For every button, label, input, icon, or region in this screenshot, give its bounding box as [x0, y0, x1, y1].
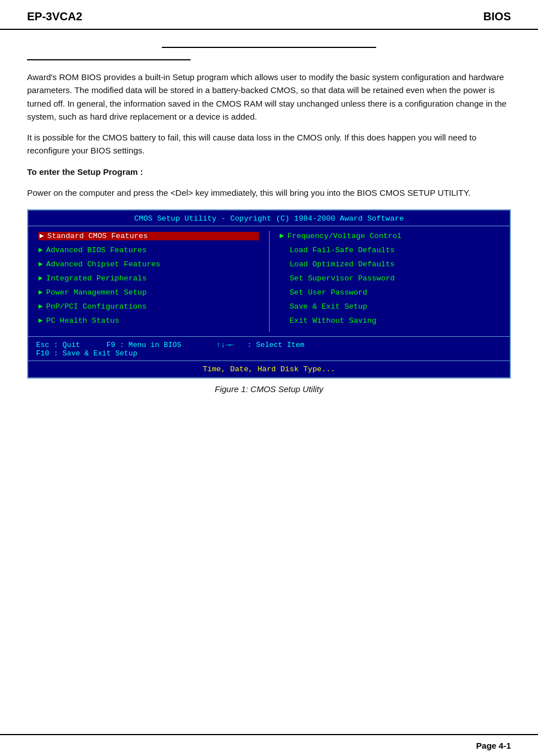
arrow-icon-freq-voltage: ► — [280, 232, 284, 240]
body-paragraph-3: Power on the computer and press the <Del… — [27, 186, 511, 199]
figure-caption: Figure 1: CMOS Setup Utility — [27, 384, 511, 394]
bios-item-load-failsafe[interactable]: Load Fail-Safe Defaults — [280, 246, 500, 254]
bios-item-advanced-chipset[interactable]: ► Advanced Chipset Features — [38, 260, 259, 269]
bios-item-load-optimized[interactable]: Load Optimized Defaults — [280, 260, 500, 269]
bios-item-power-management[interactable]: ► Power Management Setup — [38, 288, 259, 297]
setup-heading: To enter the Setup Program : — [27, 165, 511, 178]
bios-screenshot: CMOS Setup Utility - Copyright (C) 1984-… — [27, 209, 511, 379]
bios-item-standard-cmos[interactable]: ► Standard CMOS Features — [38, 232, 259, 240]
body-paragraph-1: Award's ROM BIOS provides a built-in Set… — [27, 71, 511, 123]
arrow-icon-pnp-pci: ► — [38, 302, 43, 311]
body-paragraph-2: It is possible for the CMOS battery to f… — [27, 131, 511, 157]
bios-title-bar: CMOS Setup Utility - Copyright (C) 1984-… — [28, 210, 510, 226]
bios-item-integrated-peripherals[interactable]: ► Integrated Peripherals — [38, 274, 259, 283]
page: EP-3VCA2 BIOS Award's ROM BIOS provides … — [0, 0, 538, 756]
arrow-icon-advanced-chipset: ► — [38, 260, 43, 269]
bios-item-supervisor-password[interactable]: Set Supervisor Password — [280, 274, 500, 283]
arrow-icon-power-management: ► — [38, 288, 43, 297]
arrow-icon-standard-cmos: ► — [39, 232, 44, 240]
bios-right-col: ► Frequency/Voltage Control Load Fail-Sa… — [270, 226, 510, 336]
page-number: Page 4-1 — [476, 741, 511, 750]
bios-item-exit-no-save[interactable]: Exit Without Saving — [280, 317, 500, 325]
bios-item-save-exit[interactable]: Save & Exit Setup — [280, 302, 500, 311]
bios-item-pnp-pci[interactable]: ► PnP/PCI Configurations — [38, 302, 259, 311]
page-footer: Page 4-1 — [0, 734, 538, 756]
bios-footer-line1: Esc : Quit F9 : Menu in BIOS ↑↓→← : Sele… — [36, 341, 502, 349]
header: EP-3VCA2 BIOS — [0, 0, 538, 30]
bios-item-user-password[interactable]: Set User Password — [280, 288, 500, 297]
bios-footer-line2: F10 : Save & Exit Setup — [36, 349, 502, 358]
bios-item-pc-health[interactable]: ► PC Health Status — [38, 317, 259, 325]
arrow-icon-integrated-peripherals: ► — [38, 274, 43, 283]
header-section: BIOS — [483, 10, 511, 23]
arrow-icon-pc-health: ► — [38, 317, 43, 325]
header-product: EP-3VCA2 — [27, 10, 82, 23]
bios-item-advanced-bios[interactable]: ► Advanced BIOS Features — [38, 246, 259, 254]
arrow-icon-advanced-bios: ► — [38, 246, 43, 254]
bios-status-bar: Time, Date, Hard Disk Type... — [28, 361, 510, 377]
content-area: Award's ROM BIOS provides a built-in Set… — [0, 30, 538, 734]
bios-main-menu: ► Standard CMOS Features ► Advanced BIOS… — [28, 226, 510, 336]
bios-item-freq-voltage[interactable]: ► Frequency/Voltage Control — [280, 232, 500, 240]
bios-left-col: ► Standard CMOS Features ► Advanced BIOS… — [28, 226, 269, 336]
bios-footer: Esc : Quit F9 : Menu in BIOS ↑↓→← : Sele… — [28, 336, 510, 361]
